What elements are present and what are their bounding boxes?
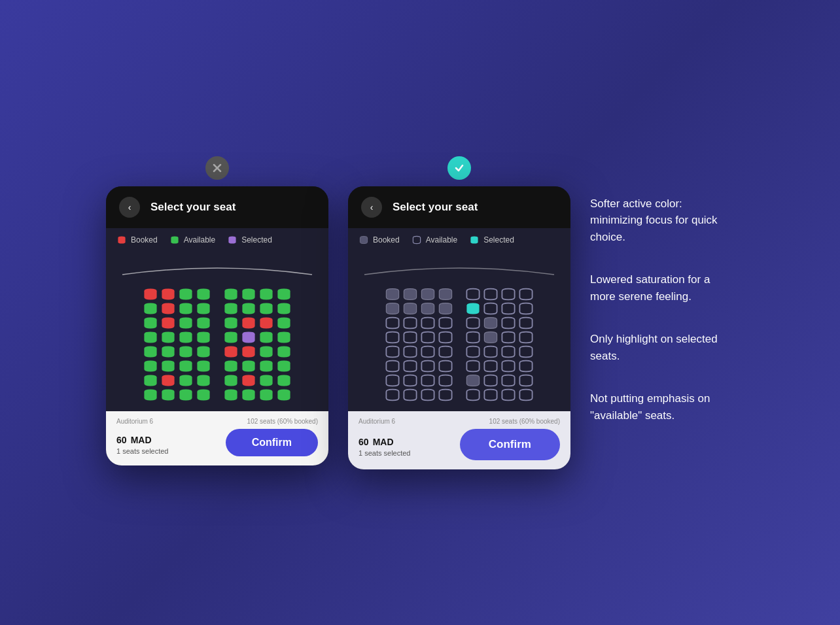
seat[interactable] bbox=[143, 301, 158, 316]
seat[interactable] bbox=[160, 359, 176, 373]
seat[interactable] bbox=[196, 316, 211, 330]
seat[interactable] bbox=[223, 345, 239, 359]
seat[interactable] bbox=[223, 301, 239, 316]
seat[interactable] bbox=[402, 388, 418, 402]
seat[interactable] bbox=[223, 287, 239, 301]
seat[interactable] bbox=[465, 287, 481, 301]
seat[interactable] bbox=[178, 359, 194, 373]
seat[interactable] bbox=[385, 316, 400, 330]
seat[interactable] bbox=[500, 373, 516, 388]
seat[interactable] bbox=[385, 330, 400, 345]
seat[interactable] bbox=[500, 330, 516, 345]
seat[interactable] bbox=[276, 330, 292, 345]
seat[interactable] bbox=[160, 330, 176, 345]
seat[interactable] bbox=[276, 388, 292, 402]
seat[interactable] bbox=[420, 301, 436, 316]
phone2-confirm-button[interactable]: Confirm bbox=[460, 429, 560, 460]
seat[interactable] bbox=[420, 287, 436, 301]
seat[interactable] bbox=[258, 373, 274, 388]
seat[interactable] bbox=[385, 345, 400, 359]
seat[interactable] bbox=[438, 287, 453, 301]
seat-selected-highlight[interactable] bbox=[241, 330, 256, 345]
seat[interactable] bbox=[241, 373, 256, 388]
seat[interactable] bbox=[483, 287, 499, 301]
seat[interactable] bbox=[143, 373, 158, 388]
seat[interactable] bbox=[500, 345, 516, 359]
seat-selected2[interactable] bbox=[465, 301, 481, 316]
seat[interactable] bbox=[500, 359, 516, 373]
seat[interactable] bbox=[438, 373, 453, 388]
seat[interactable] bbox=[276, 373, 292, 388]
phone2-back-button[interactable]: ‹ bbox=[361, 197, 382, 218]
seat[interactable] bbox=[500, 388, 516, 402]
seat[interactable] bbox=[465, 345, 481, 359]
seat[interactable] bbox=[143, 287, 158, 301]
seat[interactable] bbox=[402, 316, 418, 330]
seat[interactable] bbox=[258, 301, 274, 316]
seat[interactable] bbox=[241, 388, 256, 402]
seat[interactable] bbox=[276, 316, 292, 330]
seat[interactable] bbox=[483, 301, 499, 316]
seat[interactable] bbox=[402, 359, 418, 373]
seat[interactable] bbox=[178, 330, 194, 345]
seat[interactable] bbox=[276, 301, 292, 316]
seat[interactable] bbox=[196, 287, 211, 301]
seat[interactable] bbox=[160, 287, 176, 301]
seat[interactable] bbox=[196, 388, 211, 402]
seat[interactable] bbox=[483, 316, 499, 330]
seat[interactable] bbox=[178, 316, 194, 330]
seat[interactable] bbox=[160, 316, 176, 330]
seat[interactable] bbox=[160, 301, 176, 316]
seat[interactable] bbox=[438, 359, 453, 373]
seat[interactable] bbox=[276, 359, 292, 373]
seat[interactable] bbox=[402, 373, 418, 388]
seat[interactable] bbox=[258, 287, 274, 301]
seat[interactable] bbox=[258, 388, 274, 402]
seat[interactable] bbox=[420, 388, 436, 402]
seat[interactable] bbox=[483, 345, 499, 359]
seat[interactable] bbox=[223, 388, 239, 402]
seat[interactable] bbox=[518, 301, 534, 316]
seat[interactable] bbox=[385, 359, 400, 373]
seat[interactable] bbox=[438, 316, 453, 330]
seat[interactable] bbox=[385, 301, 400, 316]
seat[interactable] bbox=[223, 316, 239, 330]
seat[interactable] bbox=[160, 345, 176, 359]
seat[interactable] bbox=[241, 287, 256, 301]
seat[interactable] bbox=[465, 388, 481, 402]
seat[interactable] bbox=[223, 359, 239, 373]
seat[interactable] bbox=[483, 388, 499, 402]
seat[interactable] bbox=[385, 388, 400, 402]
seat[interactable] bbox=[438, 345, 453, 359]
seat[interactable] bbox=[518, 388, 534, 402]
seat[interactable] bbox=[518, 359, 534, 373]
seat[interactable] bbox=[385, 287, 400, 301]
phone1-back-button[interactable]: ‹ bbox=[119, 197, 140, 218]
seat[interactable] bbox=[518, 287, 534, 301]
seat[interactable] bbox=[241, 316, 256, 330]
seat[interactable] bbox=[196, 345, 211, 359]
seat[interactable] bbox=[438, 388, 453, 402]
seat[interactable] bbox=[258, 359, 274, 373]
seat[interactable] bbox=[178, 301, 194, 316]
seat[interactable] bbox=[196, 373, 211, 388]
seat[interactable] bbox=[420, 316, 436, 330]
seat[interactable] bbox=[420, 345, 436, 359]
seat[interactable] bbox=[178, 345, 194, 359]
seat[interactable] bbox=[276, 287, 292, 301]
seat[interactable] bbox=[465, 373, 481, 388]
seat[interactable] bbox=[385, 373, 400, 388]
seat[interactable] bbox=[402, 345, 418, 359]
phone1-confirm-button[interactable]: Confirm bbox=[226, 429, 318, 456]
seat[interactable] bbox=[160, 373, 176, 388]
seat[interactable] bbox=[143, 330, 158, 345]
seat[interactable] bbox=[465, 359, 481, 373]
seat[interactable] bbox=[143, 316, 158, 330]
seat[interactable] bbox=[178, 373, 194, 388]
seat-selected[interactable] bbox=[223, 330, 239, 345]
seat[interactable] bbox=[258, 316, 274, 330]
seat[interactable] bbox=[241, 359, 256, 373]
seat[interactable] bbox=[196, 359, 211, 373]
seat[interactable] bbox=[223, 373, 239, 388]
seat[interactable] bbox=[518, 316, 534, 330]
